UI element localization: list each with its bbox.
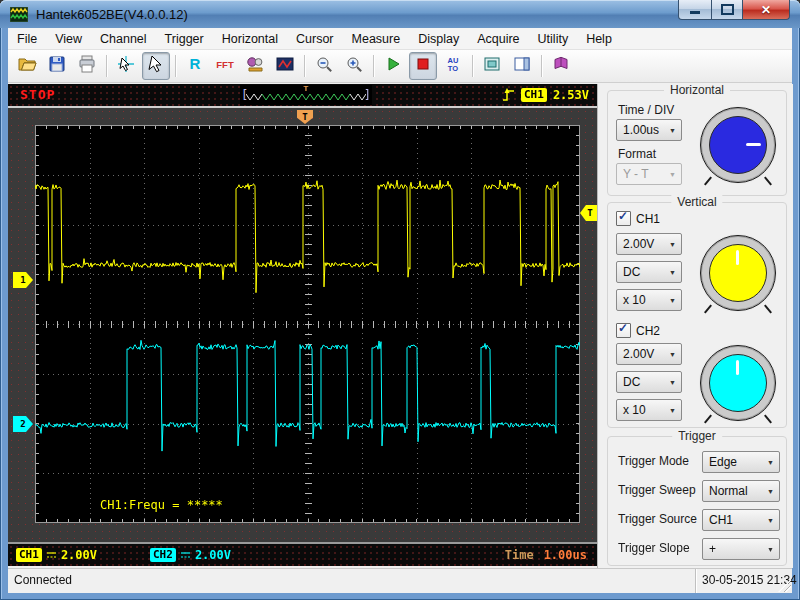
ch2-checkbox-label: CH2 [636,324,660,338]
close-button[interactable]: ✕ [743,0,790,20]
toolbar-print-button[interactable] [73,52,101,80]
menu-item-trigger[interactable]: Trigger [156,30,213,48]
maximize-button[interactable] [712,0,743,20]
rising-edge-icon [502,87,515,103]
preview-trigger-marker: T [304,84,309,93]
record-icon [246,55,264,77]
start-icon [384,55,402,77]
ch2-volt-combo[interactable]: 2.00V▼ [616,343,682,365]
ch2-dc-coupling-icon [180,550,191,560]
chevron-down-icon: ▼ [669,241,676,248]
ch2-knob-face [709,354,767,412]
ch1-probe-value: x 10 [623,293,646,307]
menu-item-utility[interactable]: Utility [529,30,578,48]
ch2-coupling-combo[interactable]: DC▼ [616,371,682,393]
chevron-down-icon: ▼ [767,459,774,466]
toolbar-open-button[interactable] [13,52,41,80]
ch2-checkbox[interactable]: ✓ [616,323,631,338]
window-title: Hantek6052BE(V4.0.0.12) [36,7,188,22]
time-div-combo[interactable]: 1.00us▼ [616,119,682,141]
ch2-probe-value: x 10 [623,403,646,417]
trigger-position-marker[interactable]: T [297,110,313,124]
ch1-checkbox-label: CH1 [636,212,660,226]
menu-item-horizontal[interactable]: Horizontal [213,30,287,48]
title-bar[interactable]: Hantek6052BE(V4.0.0.12) ✕ [0,0,800,28]
toolbar-autoset-button[interactable]: AUTO [439,52,467,80]
window-layout-icon [513,55,531,77]
ch2-ground-marker[interactable]: 2 [13,416,33,432]
minimize-button[interactable] [678,0,712,20]
chevron-down-icon: ▼ [669,127,676,134]
trigger-sweep-combo[interactable]: Normal▼ [702,480,780,502]
ch2-probe-combo[interactable]: x 10▼ [616,399,682,421]
menu-item-measure[interactable]: Measure [343,30,410,48]
chevron-down-icon: ▼ [767,488,774,495]
stop-icon [414,55,432,77]
menu-item-help[interactable]: Help [577,30,621,48]
trigger-mode-row: Trigger ModeEdge▼ [616,451,780,473]
client-area: FileViewChannelTriggerHorizontalCursorMe… [8,28,792,592]
toolbar-help-button[interactable] [547,52,575,80]
toolbar-record-button[interactable] [241,52,269,80]
app-window: Hantek6052BE(V4.0.0.12) ✕ FileViewChanne… [0,0,800,600]
trigger-source-combo[interactable]: CH1▼ [702,509,780,531]
ch1-ground-marker[interactable]: 1 [13,272,33,288]
toolbar-select-cursor-button[interactable] [142,52,170,80]
trigger-source-badge: CH1 [521,88,547,102]
toolbar-reference-button[interactable]: R [181,52,209,80]
toolbar-track-cursor-button[interactable] [112,52,140,80]
format-combo[interactable]: Y - T▼ [616,163,682,185]
toolbar-zoom-in-button[interactable] [340,52,368,80]
menu-item-display[interactable]: Display [409,30,468,48]
ch2-volt-value: 2.00V [623,347,654,361]
svg-text:FFT: FFT [216,59,234,70]
ch1-coupling-value: DC [623,265,640,279]
toolbar-save-button[interactable] [43,52,71,80]
trigger-level-readout: 2.53V [553,88,589,102]
menu-item-acquire[interactable]: Acquire [468,30,528,48]
ch1-coupling-combo[interactable]: DC▼ [616,261,682,283]
trigger-position-preview[interactable]: [ ] T [240,85,372,105]
chevron-down-icon: ▼ [767,546,774,553]
toolbar-self-test-button[interactable] [478,52,506,80]
format-label: Format [618,147,656,161]
menu-bar: FileViewChannelTriggerHorizontalCursorMe… [8,28,792,50]
toolbar-start-button[interactable] [379,52,407,80]
trigger-level-marker[interactable]: T [580,205,597,221]
chevron-down-icon: ▼ [669,297,676,304]
minimize-icon [690,11,700,14]
status-bar: Connected 30-05-2015 21:34 [8,568,792,593]
graticule-canvas [35,125,580,523]
ch1-probe-combo[interactable]: x 10▼ [616,289,682,311]
toolbar-stop-button[interactable] [409,52,437,80]
toolbar-window-layout-button[interactable] [508,52,536,80]
connection-status: Connected [14,573,72,587]
toolbar-fft-button[interactable]: FFT [211,52,239,80]
toolbar-separator [175,55,176,77]
ch1-checkbox[interactable]: ✓ [616,211,631,226]
menu-item-file[interactable]: File [8,30,46,48]
trigger-sweep-row: Trigger SweepNormal▼ [616,480,780,502]
time-div-label: Time / DIV [618,103,674,117]
menu-item-view[interactable]: View [46,30,91,48]
horizontal-knob-face [709,116,767,174]
chevron-down-icon: ▼ [669,171,676,178]
fft-icon: FFT [215,55,235,77]
trigger-mode-combo[interactable]: Edge▼ [702,451,780,473]
ch1-volt-combo[interactable]: 2.00V▼ [616,233,682,255]
trigger-slope-combo[interactable]: +▼ [702,538,780,560]
time-label: Time [505,548,534,562]
toolbar-separator [373,55,374,77]
menu-item-channel[interactable]: Channel [91,30,156,48]
ch2-position-knob[interactable] [700,345,776,421]
ch1-position-knob[interactable] [700,235,776,311]
menu-item-cursor[interactable]: Cursor [287,30,343,48]
horizontal-knob[interactable] [700,107,776,183]
trigger-mode-value: Edge [709,455,737,469]
scope-top-bar: STOP [ ] T CH1 2.53V [8,84,597,106]
ch1-volt-value: 2.00V [623,237,654,251]
toolbar-zoom-out-button[interactable] [310,52,338,80]
toolbar-waveform-button[interactable] [271,52,299,80]
ch2-scale-readout: 2.00V [195,548,231,562]
close-icon: ✕ [761,4,771,16]
